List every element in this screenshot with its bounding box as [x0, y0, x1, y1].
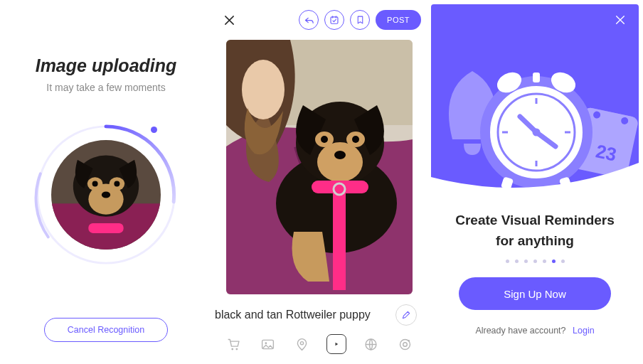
hero-illustration: 23	[431, 4, 639, 196]
tool-location[interactable]	[292, 334, 312, 354]
tool-cart[interactable]	[223, 334, 243, 354]
post-button[interactable]: POST	[376, 10, 421, 30]
edit-caption-button[interactable]	[395, 304, 417, 326]
globe-icon	[363, 337, 378, 352]
svg-rect-10	[88, 223, 123, 233]
page-indicator	[431, 259, 639, 263]
screen-compose-post: POST	[212, 0, 427, 364]
location-pin-icon	[294, 337, 309, 352]
page-dot[interactable]	[561, 259, 565, 263]
video-play-icon	[330, 338, 343, 350]
svg-point-21	[352, 136, 359, 143]
tool-target[interactable]	[395, 334, 415, 354]
page-dot[interactable]	[543, 259, 546, 263]
svg-point-29	[265, 342, 267, 344]
calendar-day-text: 23	[594, 140, 619, 165]
pencil-icon	[401, 310, 411, 320]
post-photo-illustration	[226, 40, 413, 294]
uploading-subtitle: It may take a few moments	[0, 82, 212, 93]
calendar-check-icon	[329, 15, 339, 25]
tool-globe[interactable]	[361, 334, 381, 354]
tool-image[interactable]	[257, 334, 277, 354]
svg-point-26	[231, 348, 233, 350]
puppy-thumbnail-illustration	[51, 140, 161, 250]
screen-onboarding: 23	[431, 4, 639, 358]
progress-spinner	[38, 127, 174, 262]
caption-row: black and tan Rottweiler puppy	[212, 294, 427, 328]
svg-point-9	[102, 191, 110, 198]
svg-point-8	[114, 181, 119, 187]
login-prompt: Already have account?	[475, 326, 565, 336]
bookmark-button[interactable]	[350, 10, 370, 30]
compose-toolbar: POST	[212, 0, 427, 40]
hero-curve	[431, 163, 639, 196]
post-photo[interactable]	[226, 40, 413, 294]
page-dot[interactable]	[515, 259, 519, 263]
svg-point-7	[92, 181, 98, 187]
onboarding-title: Create Visual Reminders for anything	[431, 210, 639, 251]
svg-point-34	[408, 340, 410, 341]
cancel-recognition-button[interactable]: Cancel Recognition	[44, 318, 168, 342]
compose-actions: POST	[299, 10, 421, 30]
login-link[interactable]: Login	[573, 326, 595, 336]
svg-point-20	[321, 136, 328, 143]
onboarding-close-button[interactable]	[615, 14, 626, 28]
page-dot[interactable]	[524, 259, 528, 263]
tool-video[interactable]	[326, 334, 346, 354]
page-dot-active[interactable]	[552, 259, 556, 263]
login-row: Already have account? Login	[431, 326, 639, 336]
image-icon	[260, 337, 275, 352]
schedule-button[interactable]	[324, 10, 344, 30]
close-button[interactable]	[219, 10, 239, 30]
svg-point-33	[403, 342, 408, 346]
spinner-dot-icon	[151, 127, 157, 133]
svg-rect-51	[533, 73, 540, 82]
reply-icon	[304, 15, 314, 26]
target-icon	[398, 337, 413, 352]
close-icon	[223, 14, 235, 26]
svg-point-48	[533, 129, 541, 136]
uploading-thumbnail	[51, 140, 161, 250]
sign-up-button[interactable]: Sign Up Now	[459, 277, 611, 310]
bookmark-icon	[356, 15, 365, 25]
svg-rect-11	[331, 17, 338, 23]
photo-caption: black and tan Rottweiler puppy	[215, 309, 371, 321]
close-icon	[615, 14, 626, 26]
attachment-toolbar	[212, 328, 427, 354]
svg-point-27	[235, 348, 238, 350]
reply-button[interactable]	[299, 10, 319, 30]
svg-point-30	[301, 341, 304, 344]
page-dot[interactable]	[533, 259, 537, 263]
uploading-title: Image uploading	[0, 55, 212, 76]
svg-point-17	[317, 142, 363, 182]
screen-uploading: Image uploading It may take a few moment…	[0, 0, 212, 364]
svg-point-22	[334, 151, 346, 159]
svg-rect-24	[333, 191, 346, 290]
page-dot[interactable]	[506, 259, 509, 263]
cart-icon	[226, 337, 241, 352]
